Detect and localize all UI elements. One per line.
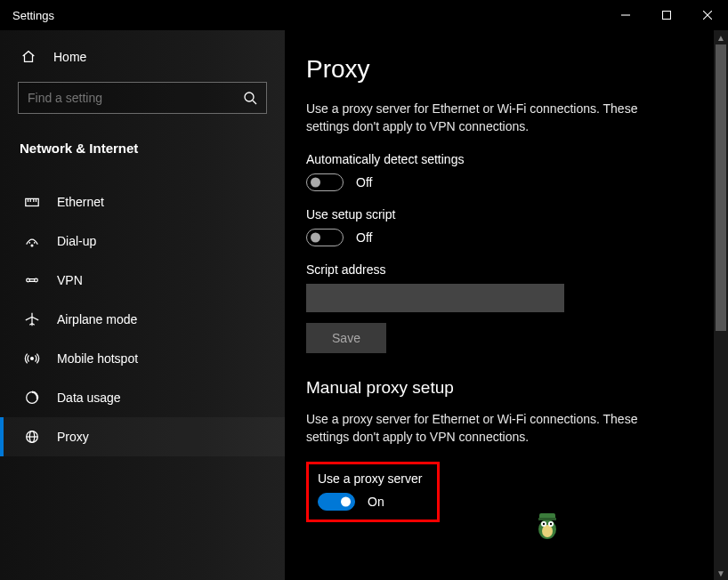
svg-point-26 — [548, 521, 554, 527]
category-header: Network & Internet — [0, 130, 285, 172]
sidebar: Home Network & Internet Ethernet — [0, 30, 285, 580]
airplane-icon — [23, 310, 41, 328]
scroll-track[interactable] — [714, 44, 728, 566]
svg-point-25 — [541, 521, 546, 527]
highlight-annotation: Use a proxy server On — [306, 462, 440, 522]
minimize-button[interactable] — [605, 1, 646, 29]
vpn-icon — [23, 271, 41, 289]
window-controls — [605, 1, 728, 29]
svg-point-14 — [27, 278, 30, 282]
scroll-down-arrow[interactable]: ▼ — [714, 566, 728, 580]
maximize-icon — [662, 11, 671, 20]
use-script-toggle[interactable] — [306, 229, 344, 246]
page-title: Proxy — [306, 55, 696, 84]
content-pane: Proxy Use a proxy server for Ethernet or… — [285, 30, 714, 580]
sidebar-item-vpn[interactable]: VPN — [0, 261, 285, 300]
svg-point-23 — [538, 520, 556, 539]
proxy-description: Use a proxy server for Ethernet or Wi-Fi… — [306, 100, 680, 136]
svg-point-24 — [542, 525, 553, 537]
home-label: Home — [53, 50, 86, 64]
script-address-input[interactable] — [306, 284, 564, 312]
svg-point-28 — [550, 523, 552, 525]
sidebar-item-label: Proxy — [57, 430, 89, 444]
manual-proxy-description: Use a proxy server for Ethernet or Wi-Fi… — [306, 410, 680, 447]
sidebar-item-label: Ethernet — [57, 195, 104, 209]
titlebar: Settings — [0, 0, 728, 30]
datausage-icon — [23, 389, 41, 407]
use-script-label: Use setup script — [306, 207, 696, 222]
ethernet-icon — [23, 193, 41, 211]
use-proxy-label: Use a proxy server — [318, 471, 428, 486]
script-address-label: Script address — [306, 262, 696, 277]
use-proxy-toggle[interactable] — [318, 493, 355, 511]
sidebar-item-label: Data usage — [57, 391, 121, 405]
svg-point-4 — [245, 93, 254, 101]
dialup-icon — [23, 232, 41, 250]
auto-detect-toggle[interactable] — [306, 173, 344, 191]
sidebar-item-label: Airplane mode — [57, 312, 137, 326]
auto-detect-label: Automatically detect settings — [306, 152, 696, 166]
scroll-thumb[interactable] — [716, 44, 726, 331]
sidebar-item-label: VPN — [57, 273, 83, 287]
svg-rect-30 — [538, 518, 556, 520]
sidebar-item-label: Dial-up — [57, 234, 96, 248]
maximize-button[interactable] — [646, 1, 687, 29]
close-button[interactable] — [687, 1, 728, 29]
home-icon — [20, 48, 37, 66]
window-title: Settings — [12, 9, 54, 22]
sidebar-item-dialup[interactable]: Dial-up — [0, 222, 285, 261]
svg-point-27 — [543, 523, 545, 525]
proxy-icon — [23, 428, 41, 446]
minimize-icon — [621, 11, 630, 20]
close-icon — [703, 11, 712, 20]
mascot-icon — [532, 504, 562, 543]
sidebar-item-ethernet[interactable]: Ethernet — [0, 182, 285, 222]
scroll-up-arrow[interactable]: ▲ — [714, 30, 728, 44]
vertical-scrollbar[interactable]: ▲ ▼ — [714, 30, 728, 580]
sidebar-item-datausage[interactable]: Data usage — [0, 378, 285, 417]
sidebar-item-hotspot[interactable]: Mobile hotspot — [0, 339, 285, 378]
home-nav[interactable]: Home — [0, 37, 285, 77]
search-box[interactable] — [18, 82, 267, 114]
svg-point-15 — [35, 278, 38, 282]
search-input[interactable] — [28, 91, 243, 105]
sidebar-item-airplane[interactable]: Airplane mode — [0, 300, 285, 339]
sidebar-item-proxy[interactable]: Proxy — [0, 417, 285, 456]
use-proxy-state: On — [368, 495, 384, 509]
svg-rect-29 — [539, 513, 555, 520]
manual-proxy-section-title: Manual proxy setup — [306, 378, 696, 398]
hotspot-icon — [23, 350, 41, 367]
auto-detect-state: Off — [356, 175, 372, 189]
search-icon — [243, 91, 257, 105]
svg-rect-1 — [663, 12, 671, 20]
use-script-state: Off — [356, 230, 372, 245]
svg-point-18 — [31, 358, 34, 360]
save-button[interactable]: Save — [306, 323, 386, 353]
sidebar-item-label: Mobile hotspot — [57, 351, 138, 366]
svg-line-5 — [253, 101, 256, 104]
svg-point-11 — [31, 245, 33, 246]
